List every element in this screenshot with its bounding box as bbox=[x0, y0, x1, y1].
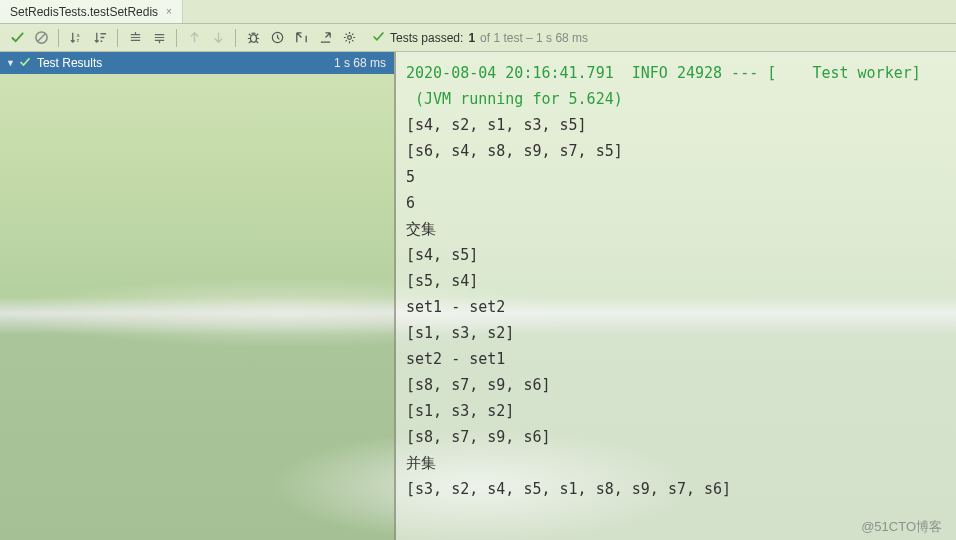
console-pre: 2020-08-04 20:16:41.791 INFO 24928 --- [… bbox=[406, 60, 946, 502]
collapse-all-icon[interactable] bbox=[148, 27, 170, 49]
check-icon[interactable] bbox=[6, 27, 28, 49]
test-toolbar: az Tests passed: 1 of 1 test – 1 s 68 ms bbox=[0, 24, 956, 52]
check-icon bbox=[19, 56, 31, 71]
log-line: [s4, s2, s1, s3, s5] bbox=[406, 116, 587, 134]
export-icon[interactable] bbox=[314, 27, 336, 49]
log-line: 6 bbox=[406, 194, 415, 212]
gear-icon[interactable] bbox=[338, 27, 360, 49]
summary-rest: of 1 test – 1 s 68 ms bbox=[480, 31, 588, 45]
summary-count: 1 bbox=[468, 31, 475, 45]
log-line: [s3, s2, s4, s5, s1, s8, s9, s7, s6] bbox=[406, 480, 731, 498]
history-icon[interactable] bbox=[266, 27, 288, 49]
expand-all-icon[interactable] bbox=[124, 27, 146, 49]
log-line: [s8, s7, s9, s6] bbox=[406, 428, 551, 446]
main-area: ▼ Test Results 1 s 68 ms 2020-08-04 20:1… bbox=[0, 52, 956, 540]
test-status-summary: Tests passed: 1 of 1 test – 1 s 68 ms bbox=[372, 30, 588, 46]
sort-az-icon[interactable]: az bbox=[65, 27, 87, 49]
check-icon bbox=[372, 30, 385, 46]
svg-point-4 bbox=[250, 35, 256, 43]
separator bbox=[235, 29, 236, 47]
log-line: [s5, s4] bbox=[406, 272, 478, 290]
log-line: [s1, s3, s2] bbox=[406, 402, 514, 420]
watermark: @51CTO博客 bbox=[861, 518, 942, 536]
log-line-jvm: (JVM running for 5.624) bbox=[406, 90, 623, 108]
log-line: [s6, s4, s8, s9, s7, s5] bbox=[406, 142, 623, 160]
up-icon[interactable] bbox=[183, 27, 205, 49]
import-icon[interactable] bbox=[290, 27, 312, 49]
pin-icon[interactable]: × bbox=[166, 6, 172, 17]
log-line: 并集 bbox=[406, 454, 436, 472]
log-line: set2 - set1 bbox=[406, 350, 505, 368]
separator bbox=[117, 29, 118, 47]
tree-root-label: Test Results bbox=[37, 56, 334, 70]
no-entry-icon[interactable] bbox=[30, 27, 52, 49]
bug-icon[interactable] bbox=[242, 27, 264, 49]
svg-text:z: z bbox=[76, 37, 79, 43]
tab-bar: SetRedisTests.testSetRedis × bbox=[0, 0, 956, 24]
tree-root-row[interactable]: ▼ Test Results 1 s 68 ms bbox=[0, 52, 394, 74]
log-line: [s4, s5] bbox=[406, 246, 478, 264]
separator bbox=[58, 29, 59, 47]
sort-duration-icon[interactable] bbox=[89, 27, 111, 49]
summary-prefix: Tests passed: bbox=[390, 31, 463, 45]
tab-label: SetRedisTests.testSetRedis bbox=[10, 5, 158, 19]
down-icon[interactable] bbox=[207, 27, 229, 49]
tab-run-config[interactable]: SetRedisTests.testSetRedis × bbox=[0, 0, 183, 23]
console-output[interactable]: 2020-08-04 20:16:41.791 INFO 24928 --- [… bbox=[396, 52, 956, 540]
svg-line-1 bbox=[37, 34, 45, 42]
log-line: 5 bbox=[406, 168, 415, 186]
log-line: [s8, s7, s9, s6] bbox=[406, 376, 551, 394]
tree-root-time: 1 s 68 ms bbox=[334, 56, 386, 70]
log-line: 交集 bbox=[406, 220, 436, 238]
log-line-info: 2020-08-04 20:16:41.791 INFO 24928 --- [… bbox=[406, 64, 921, 82]
svg-point-6 bbox=[347, 36, 351, 40]
test-tree-panel: ▼ Test Results 1 s 68 ms bbox=[0, 52, 394, 540]
log-line: [s1, s3, s2] bbox=[406, 324, 514, 342]
separator bbox=[176, 29, 177, 47]
chevron-down-icon[interactable]: ▼ bbox=[6, 58, 15, 68]
log-line: set1 - set2 bbox=[406, 298, 505, 316]
